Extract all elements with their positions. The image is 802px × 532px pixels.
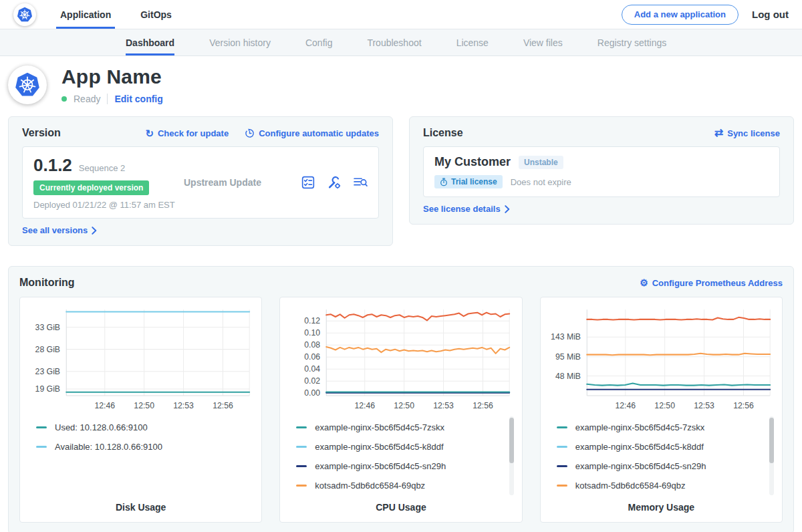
legend-item: example-nginx-5bc6f5d4c5-sn29h xyxy=(296,456,504,476)
sync-icon: ⇄ xyxy=(714,128,723,138)
configure-prometheus-link[interactable]: ⚙ Configure Prometheus Address xyxy=(640,278,783,288)
svg-text:0.08: 0.08 xyxy=(305,340,321,350)
kubernetes-logo-icon xyxy=(13,3,36,26)
svg-text:12:53: 12:53 xyxy=(173,401,194,410)
svg-text:0.00: 0.00 xyxy=(305,388,321,398)
version-card-title: Version xyxy=(22,127,61,139)
version-source: Upstream Update xyxy=(184,177,301,188)
legend-swatch xyxy=(296,465,307,467)
svg-text:19 GiB: 19 GiB xyxy=(35,384,60,394)
legend-item: example-nginx-5bc6f5d4c5-7zskx xyxy=(296,418,504,437)
refresh-icon: ↻ xyxy=(145,128,154,138)
legend-label: example-nginx-5bc6f5d4c5-k8ddf xyxy=(315,442,443,452)
legend-swatch xyxy=(557,426,567,428)
legend-swatch xyxy=(296,426,307,428)
tab-version-history[interactable]: Version history xyxy=(209,29,271,55)
auto-update-clock-icon xyxy=(245,128,255,138)
chart-card-memory: 48 MiB95 MiB143 MiB12:4612:5012:5312:56 … xyxy=(540,297,783,523)
svg-text:12:50: 12:50 xyxy=(654,401,675,410)
customer-name: My Customer xyxy=(434,155,511,169)
svg-text:12:46: 12:46 xyxy=(355,401,376,410)
legend-label: example-nginx-5bc6f5d4c5-k8ddf xyxy=(575,442,704,452)
legend-item: Available: 10.128.0.66:9100 xyxy=(36,437,244,456)
chevron-right-icon xyxy=(92,227,97,235)
legend-label: Available: 10.128.0.66:9100 xyxy=(55,442,162,452)
app-logo-icon xyxy=(8,65,47,104)
check-for-update-link[interactable]: ↻ Check for update xyxy=(145,128,229,138)
svg-text:12:56: 12:56 xyxy=(733,401,754,410)
topnav-tabs: Application GitOps xyxy=(60,0,172,29)
tab-view-files[interactable]: View files xyxy=(523,29,563,55)
current-version-card: 0.1.2 Sequence 2 Currently deployed vers… xyxy=(22,146,379,219)
license-expiry: Does not expire xyxy=(511,177,571,187)
svg-text:28 GiB: 28 GiB xyxy=(35,345,60,354)
svg-text:12:46: 12:46 xyxy=(94,401,115,410)
top-nav: Application GitOps Add a new application… xyxy=(0,0,802,29)
preflight-checks-icon[interactable] xyxy=(301,176,315,189)
tab-application[interactable]: Application xyxy=(60,0,111,29)
legend-label: Used: 10.128.0.66:9100 xyxy=(55,422,148,432)
legend-item: kotsadm-5db6dc6584-69qbz xyxy=(557,476,765,495)
legend-label: example-nginx-5bc6f5d4c5-7zskx xyxy=(315,422,444,432)
tab-config[interactable]: Config xyxy=(305,29,332,55)
legend-swatch xyxy=(296,446,307,448)
legend-item: Used: 10.128.0.66:9100 xyxy=(36,418,244,437)
sync-license-link[interactable]: ⇄ Sync license xyxy=(714,128,780,138)
legend-label: example-nginx-5bc6f5d4c5-7zskx xyxy=(575,422,705,432)
configure-automatic-updates-link[interactable]: Configure automatic updates xyxy=(245,128,379,138)
license-card: License ⇄ Sync license My Customer Unsta… xyxy=(409,116,794,225)
deployed-badge: Currently deployed version xyxy=(33,180,149,195)
logout-button[interactable]: Log out xyxy=(752,9,789,20)
status-text: Ready xyxy=(74,94,100,104)
edit-config-link[interactable]: Edit config xyxy=(114,94,162,104)
svg-text:95 MiB: 95 MiB xyxy=(555,352,581,362)
view-diff-icon[interactable] xyxy=(353,176,368,188)
trial-license-badge: Trial license xyxy=(434,175,503,188)
svg-text:0.04: 0.04 xyxy=(305,364,321,374)
tab-registry-settings[interactable]: Registry settings xyxy=(597,29,666,55)
legend-label: kotsadm-5db6dc6584-69qbz xyxy=(575,481,686,491)
brand xyxy=(13,0,36,29)
add-application-button[interactable]: Add a new application xyxy=(622,5,739,25)
legend-swatch xyxy=(557,485,567,487)
see-license-details-link[interactable]: See license details xyxy=(423,204,780,214)
license-details-card: My Customer Unstable Trial license Does … xyxy=(423,146,780,197)
legend-label: example-nginx-5bc6f5d4c5-sn29h xyxy=(575,461,706,471)
tab-license[interactable]: License xyxy=(456,29,489,55)
memory-usage-legend: example-nginx-5bc6f5d4c5-7zskxexample-ng… xyxy=(549,415,774,497)
app-header: App Name Ready Edit config xyxy=(0,56,802,111)
chart-card-disk: 19 GiB23 GiB28 GiB33 GiB12:4612:5012:531… xyxy=(19,297,262,523)
chevron-right-icon xyxy=(505,205,510,213)
svg-text:0.10: 0.10 xyxy=(305,328,321,338)
page-title: App Name xyxy=(61,65,163,88)
svg-text:23 GiB: 23 GiB xyxy=(35,367,60,376)
see-all-versions-link[interactable]: See all versions xyxy=(22,225,379,235)
legend-swatch xyxy=(36,446,47,448)
deployed-timestamp: Deployed 01/21/22 @ 11:57 am EST xyxy=(33,200,184,210)
legend-item: example-nginx-5bc6f5d4c5-7zskx xyxy=(557,418,765,437)
disk-usage-chart: 19 GiB23 GiB28 GiB33 GiB12:4612:5012:531… xyxy=(28,304,253,414)
tab-troubleshoot[interactable]: Troubleshoot xyxy=(367,29,421,55)
tab-dashboard[interactable]: Dashboard xyxy=(126,29,174,55)
legend-item: kotsadm-5db6dc6584-69qbz xyxy=(296,476,504,495)
scrollbar-thumb[interactable] xyxy=(769,418,774,463)
cpu-usage-legend: example-nginx-5bc6f5d4c5-7zskxexample-ng… xyxy=(288,415,513,497)
legend-label: example-nginx-5bc6f5d4c5-sn29h xyxy=(315,461,446,471)
divider xyxy=(107,94,108,104)
channel-badge: Unstable xyxy=(519,156,563,169)
stopwatch-icon xyxy=(440,178,448,186)
monitoring-title: Monitoring xyxy=(19,277,75,289)
svg-text:12:56: 12:56 xyxy=(473,401,493,410)
chart-title: Memory Usage xyxy=(549,502,774,513)
svg-text:12:53: 12:53 xyxy=(694,401,714,410)
gear-icon: ⚙ xyxy=(640,278,648,287)
legend-scrollbar[interactable] xyxy=(509,416,514,495)
svg-text:12:46: 12:46 xyxy=(615,401,636,410)
svg-text:12:53: 12:53 xyxy=(434,401,454,410)
svg-text:48 MiB: 48 MiB xyxy=(555,372,581,381)
legend-scrollbar[interactable] xyxy=(769,416,774,495)
chart-title: Disk Usage xyxy=(28,502,253,513)
edit-config-wrench-icon[interactable] xyxy=(327,176,341,189)
scrollbar-thumb[interactable] xyxy=(509,418,514,463)
tab-gitops[interactable]: GitOps xyxy=(140,0,172,29)
